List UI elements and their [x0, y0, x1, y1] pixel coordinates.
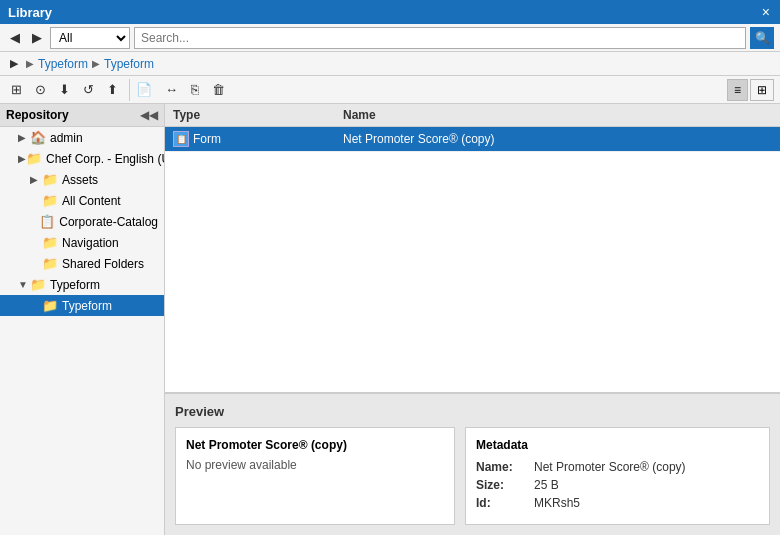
sidebar-label-all-content: All Content [62, 194, 121, 208]
folder-icon-chef-corp: 📁 [26, 151, 42, 166]
refresh-button[interactable]: ↺ [78, 79, 99, 101]
window-title: Library [8, 5, 52, 20]
folder-icon-all-content: 📁 [42, 193, 58, 208]
sidebar-item-admin[interactable]: ▶ 🏠 admin [0, 127, 164, 148]
repository-label: Repository [6, 108, 69, 122]
main-area: Repository ◀◀ ▶ 🏠 admin ▶ 📁 Chef Corp. -… [0, 104, 780, 535]
type-badge: 📋 Form [173, 131, 221, 147]
metadata-value-id: MKRsh5 [534, 496, 580, 510]
sidebar-label-chef-corp: Chef Corp. - English (Unite... [46, 152, 165, 166]
metadata-row-id: Id: MKRsh5 [476, 496, 759, 510]
search-input[interactable] [134, 27, 746, 49]
folder-icon-assets: 📁 [42, 172, 58, 187]
metadata-label-name: Name: [476, 460, 526, 474]
preview-card-title: Net Promoter Score® (copy) [186, 438, 444, 452]
form-icon: 📋 [173, 131, 189, 147]
forward-button[interactable]: ▶ [28, 28, 46, 47]
expand-icon-chef-corp: ▶ [18, 153, 26, 164]
upload-button[interactable]: ⬆ [102, 79, 123, 101]
sidebar-item-navigation[interactable]: 📁 Navigation [0, 232, 164, 253]
metadata-title: Metadata [476, 438, 759, 452]
metadata-row-name: Name: Net Promoter Score® (copy) [476, 460, 759, 474]
view-toggle: ≡ ⊞ [727, 79, 774, 101]
breadcrumb-item-1[interactable]: Typeform [38, 57, 88, 71]
close-button[interactable]: × [760, 4, 772, 20]
move-button[interactable]: ↔ [160, 79, 183, 101]
copy-button[interactable]: ⎘ [186, 79, 204, 101]
sidebar-label-corporate-catalog: Corporate-Catalog [59, 215, 158, 229]
metadata-value-size: 25 B [534, 478, 559, 492]
sidebar-label-shared-folders: Shared Folders [62, 257, 144, 271]
grid-view-button[interactable]: ⊞ [6, 79, 27, 101]
action-toolbar: ⊞ ⊙ ⬇ ↺ ⬆ 📄 ↔ ⎘ 🗑 ≡ ⊞ [0, 76, 780, 104]
sidebar-label-typeform-parent: Typeform [50, 278, 100, 292]
search-toolbar: ◀ ▶ All Name Type 🔍 [0, 24, 780, 52]
new-button[interactable]: 📄 [129, 79, 157, 101]
preview-card-text: No preview available [186, 458, 444, 472]
expand-icon-admin: ▶ [18, 132, 30, 143]
col-type: Type [165, 104, 335, 127]
list-view-button[interactable]: ≡ [727, 79, 748, 101]
expand-icon-assets: ▶ [30, 174, 42, 185]
metadata-card: Metadata Name: Net Promoter Score® (copy… [465, 427, 770, 525]
folder-icon-typeform-parent: 📁 [30, 277, 46, 292]
sidebar: Repository ◀◀ ▶ 🏠 admin ▶ 📁 Chef Corp. -… [0, 104, 165, 535]
file-table-container: Type Name 📋 Form Net Promoter Score® (co… [165, 104, 780, 392]
sidebar-label-navigation: Navigation [62, 236, 119, 250]
home-icon: 🏠 [30, 130, 46, 145]
breadcrumb-expand-button[interactable]: ▶ [6, 55, 22, 72]
grid-view-toggle-button[interactable]: ⊞ [750, 79, 774, 101]
sidebar-collapse-button[interactable]: ◀◀ [140, 108, 158, 122]
delete-button[interactable]: 🗑 [207, 79, 230, 101]
sidebar-item-all-content[interactable]: 📁 All Content [0, 190, 164, 211]
metadata-label-id: Id: [476, 496, 526, 510]
preview-area: Preview Net Promoter Score® (copy) No pr… [165, 392, 780, 535]
breadcrumb-item-2[interactable]: Typeform [104, 57, 154, 71]
search-button[interactable]: 🔍 [750, 27, 774, 49]
metadata-row-size: Size: 25 B [476, 478, 759, 492]
breadcrumb: ▶ ▶ Typeform ▶ Typeform [0, 52, 780, 76]
cell-name: Net Promoter Score® (copy) [335, 127, 780, 152]
title-bar: Library × [0, 0, 780, 24]
folder-icon-shared-folders: 📁 [42, 256, 58, 271]
expand-icon-typeform-parent: ▼ [18, 279, 30, 290]
cell-type: 📋 Form [165, 127, 335, 152]
sidebar-label-admin: admin [50, 131, 83, 145]
breadcrumb-arrow-1: ▶ [26, 58, 34, 69]
preview-card: Net Promoter Score® (copy) No preview av… [175, 427, 455, 525]
folder-icon-typeform-child: 📁 [42, 298, 58, 313]
metadata-value-name: Net Promoter Score® (copy) [534, 460, 686, 474]
breadcrumb-arrow-2: ▶ [92, 58, 100, 69]
preview-content: Net Promoter Score® (copy) No preview av… [175, 427, 770, 525]
search-dropdown[interactable]: All Name Type [50, 27, 130, 49]
preview-title: Preview [175, 404, 770, 419]
sidebar-item-chef-corp[interactable]: ▶ 📁 Chef Corp. - English (Unite... [0, 148, 164, 169]
sidebar-label-typeform-child: Typeform [62, 299, 112, 313]
sidebar-item-corporate-catalog[interactable]: 📋 Corporate-Catalog [0, 211, 164, 232]
content-panel: Type Name 📋 Form Net Promoter Score® (co… [165, 104, 780, 535]
sidebar-item-shared-folders[interactable]: 📁 Shared Folders [0, 253, 164, 274]
back-button[interactable]: ◀ [6, 28, 24, 47]
sidebar-label-assets: Assets [62, 173, 98, 187]
download-button[interactable]: ⬇ [54, 79, 75, 101]
sidebar-item-assets[interactable]: ▶ 📁 Assets [0, 169, 164, 190]
metadata-label-size: Size: [476, 478, 526, 492]
sidebar-item-typeform-parent[interactable]: ▼ 📁 Typeform [0, 274, 164, 295]
search-wrapper: All Name Type 🔍 [50, 27, 774, 49]
folder-icon-navigation: 📁 [42, 235, 58, 250]
type-label: Form [193, 132, 221, 146]
file-table: Type Name 📋 Form Net Promoter Score® (co… [165, 104, 780, 152]
table-row[interactable]: 📋 Form Net Promoter Score® (copy) [165, 127, 780, 152]
col-name: Name [335, 104, 780, 127]
sidebar-item-typeform-child[interactable]: 📁 Typeform [0, 295, 164, 316]
folder-icon-corporate-catalog: 📋 [39, 214, 55, 229]
sidebar-header: Repository ◀◀ [0, 104, 164, 127]
filter-button[interactable]: ⊙ [30, 79, 51, 101]
